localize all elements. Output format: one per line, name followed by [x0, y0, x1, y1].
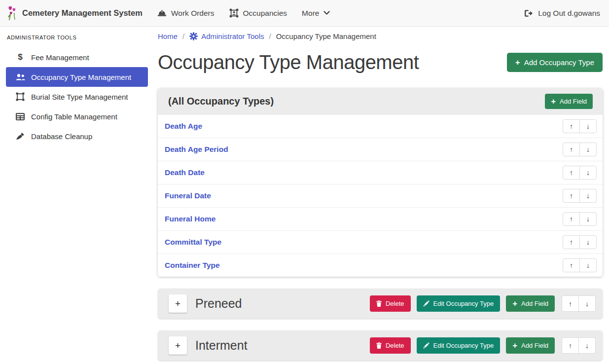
- move-down-button[interactable]: ↓: [579, 258, 597, 272]
- move-up-button[interactable]: ↑: [563, 166, 580, 180]
- nav-work-orders[interactable]: Work Orders: [157, 9, 215, 18]
- all-occupancy-types-card: (All Occupancy Types) + Add Field Death …: [158, 88, 603, 277]
- edit-occupancy-type-button[interactable]: Edit Occupancy Type: [417, 295, 501, 312]
- reorder-buttons: ↑ ↓: [562, 337, 596, 354]
- move-down-button[interactable]: ↓: [579, 212, 597, 226]
- add-field-button[interactable]: + Add Field: [506, 295, 555, 312]
- add-occupancy-type-button[interactable]: + Add Occupancy Type: [507, 53, 603, 72]
- reorder-buttons: ↑ ↓: [563, 166, 597, 180]
- broom-icon: [15, 132, 26, 140]
- sidebar-item-burial-site-type-management[interactable]: Burial Site Type Management: [6, 87, 148, 107]
- move-down-button[interactable]: ↓: [578, 337, 596, 354]
- plus-icon: +: [512, 299, 517, 308]
- delete-button[interactable]: Delete: [370, 295, 411, 312]
- plot-frame-icon: [15, 92, 26, 101]
- move-down-button[interactable]: ↓: [579, 119, 597, 133]
- sidebar-item-occupancy-type-management[interactable]: Occupancy Type Management: [6, 67, 148, 87]
- move-down-button[interactable]: ↓: [579, 143, 597, 156]
- page-title: Occupancy Type Management: [158, 48, 419, 76]
- edit-occupancy-type-button[interactable]: Edit Occupancy Type: [417, 337, 501, 354]
- logout-icon: [524, 9, 533, 17]
- field-link-funeral-home[interactable]: Funeral Home: [165, 215, 215, 223]
- add-field-label: Add Field: [521, 342, 548, 349]
- all-occupancy-types-header: (All Occupancy Types) + Add Field: [158, 88, 603, 114]
- pencil-icon: [423, 300, 430, 307]
- add-field-button[interactable]: + Add Field: [545, 94, 593, 109]
- sidebar-item-config-table-management[interactable]: Config Table Management: [6, 107, 148, 126]
- field-row: Death Age Period ↑ ↓: [158, 138, 603, 161]
- reorder-buttons: ↑ ↓: [563, 119, 597, 133]
- move-down-button[interactable]: ↓: [579, 166, 597, 180]
- sidebar-item-label: Fee Management: [31, 53, 89, 62]
- breadcrumb-admin-tools-label: Administrator Tools: [201, 32, 264, 40]
- move-up-button[interactable]: ↑: [563, 119, 580, 133]
- trash-icon: [376, 300, 382, 307]
- gear-icon: [189, 32, 198, 40]
- sidebar-item-fee-management[interactable]: $ Fee Management: [6, 47, 148, 67]
- move-down-button[interactable]: ↓: [579, 189, 597, 203]
- breadcrumb-separator: /: [182, 32, 184, 40]
- edit-occupancy-type-label: Edit Occupancy Type: [433, 300, 494, 307]
- reorder-buttons: ↑ ↓: [562, 295, 596, 312]
- expand-button[interactable]: +: [169, 336, 187, 355]
- move-up-button[interactable]: ↑: [563, 235, 580, 249]
- plus-icon: +: [551, 97, 556, 106]
- field-link-committal-type[interactable]: Committal Type: [165, 238, 221, 247]
- move-up-button[interactable]: ↑: [562, 337, 579, 354]
- field-row: Funeral Home ↑ ↓: [158, 207, 603, 230]
- field-link-container-type[interactable]: Container Type: [165, 261, 220, 270]
- sidebar-item-label: Occupancy Type Management: [31, 73, 131, 81]
- move-up-button[interactable]: ↑: [562, 295, 579, 312]
- field-link-funeral-date[interactable]: Funeral Date: [165, 191, 211, 200]
- delete-button[interactable]: Delete: [370, 337, 411, 354]
- move-up-button[interactable]: ↑: [563, 212, 580, 226]
- field-row: Death Date ↑ ↓: [158, 161, 603, 184]
- reorder-buttons: ↑ ↓: [563, 189, 597, 203]
- sidebar-item-label: Database Cleanup: [31, 132, 92, 141]
- reorder-buttons: ↑ ↓: [563, 235, 597, 249]
- field-link-death-age[interactable]: Death Age: [165, 122, 202, 131]
- move-down-button[interactable]: ↓: [579, 235, 597, 249]
- sidebar-heading: ADMINISTRATOR TOOLS: [7, 35, 148, 40]
- field-link-death-date[interactable]: Death Date: [165, 168, 205, 177]
- sidebar-item-database-cleanup[interactable]: Database Cleanup: [6, 126, 148, 146]
- move-up-button[interactable]: ↑: [563, 189, 580, 203]
- section-title: Preneed: [195, 296, 242, 311]
- app-brand[interactable]: Cemetery Management System: [7, 6, 143, 21]
- users-icon: [15, 73, 26, 81]
- breadcrumb-home-link[interactable]: Home: [158, 32, 178, 40]
- nav-occupancies[interactable]: Occupancies: [229, 8, 287, 18]
- trash-icon: [376, 342, 382, 349]
- sidebar: ADMINISTRATOR TOOLS $ Fee Management Occ…: [0, 27, 154, 146]
- dollar-icon: $: [15, 52, 26, 62]
- reorder-buttons: ↑ ↓: [563, 212, 597, 226]
- nav-more[interactable]: More: [302, 9, 330, 18]
- delete-label: Delete: [386, 300, 404, 307]
- field-row: Committal Type ↑ ↓: [158, 230, 603, 254]
- field-link-death-age-period[interactable]: Death Age Period: [165, 145, 228, 154]
- move-up-button[interactable]: ↑: [563, 258, 580, 272]
- sidebar-item-label: Config Table Management: [31, 112, 117, 121]
- expand-button[interactable]: +: [169, 294, 187, 313]
- move-up-button[interactable]: ↑: [563, 143, 580, 156]
- breadcrumb: Home / Administrator Tools / Occ: [158, 32, 603, 40]
- pencil-icon: [423, 342, 430, 349]
- field-row: Container Type ↑ ↓: [158, 254, 603, 277]
- hard-hat-icon: [157, 9, 167, 17]
- tulip-logo-icon: [7, 6, 17, 21]
- reorder-buttons: ↑ ↓: [563, 258, 597, 272]
- app-title: Cemetery Management System: [22, 8, 143, 18]
- edit-occupancy-type-label: Edit Occupancy Type: [433, 342, 494, 349]
- nav-more-label: More: [302, 9, 319, 18]
- add-field-button[interactable]: + Add Field: [506, 337, 555, 354]
- logout-button[interactable]: Log Out d.gowans: [524, 9, 600, 18]
- add-occupancy-type-label: Add Occupancy Type: [524, 58, 594, 67]
- chevron-down-icon: [323, 11, 330, 15]
- move-down-button[interactable]: ↓: [578, 295, 596, 312]
- section-title: Interment: [195, 338, 248, 353]
- nav-work-orders-label: Work Orders: [171, 9, 215, 18]
- breadcrumb-admin-tools-link[interactable]: Administrator Tools: [189, 32, 264, 40]
- plus-icon: +: [515, 58, 520, 67]
- card-title: (All Occupancy Types): [168, 96, 274, 107]
- section-preneed: + Preneed Delete Edit Occupancy Type + A…: [158, 289, 603, 319]
